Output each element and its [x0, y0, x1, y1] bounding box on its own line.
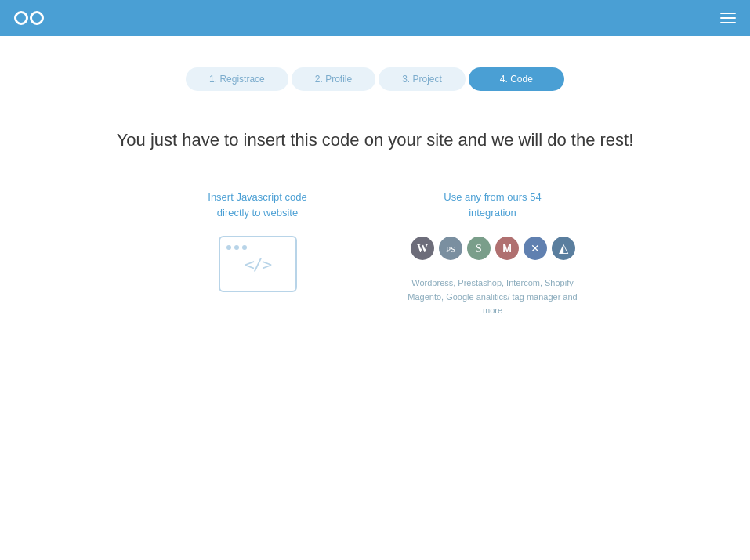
hamburger-menu[interactable] — [720, 13, 736, 23]
hamburger-line-3 — [720, 22, 736, 23]
logo-circle-right — [30, 11, 44, 25]
logo-circle-left — [14, 11, 28, 25]
integration-option-label: Use any from ours 54integration — [444, 190, 541, 220]
svg-text:PS: PS — [445, 244, 455, 254]
logo — [14, 11, 44, 25]
svg-text:✕: ✕ — [531, 242, 540, 255]
shopify-icon: S — [466, 236, 491, 261]
hamburger-line-2 — [720, 17, 736, 19]
navbar — [0, 0, 750, 36]
main-heading: You just have to insert this code on you… — [47, 130, 703, 150]
main-content: 1. Registrace 2. Profile 3. Project 4. C… — [0, 36, 750, 560]
dot-2 — [234, 245, 239, 250]
prestashop-icon: PS — [438, 236, 463, 261]
svg-text:◭: ◭ — [559, 241, 569, 255]
step-code[interactable]: 4. Code — [469, 67, 564, 91]
js-option-label: Insert Javascript codedirectly to websit… — [208, 190, 306, 220]
window-dots — [220, 245, 247, 250]
svg-text:M: M — [502, 242, 512, 255]
hamburger-line-1 — [720, 13, 736, 14]
options-container: Insert Javascript codedirectly to websit… — [47, 190, 703, 318]
steps-progress: 1. Registrace 2. Profile 3. Project 4. C… — [47, 67, 703, 91]
magento-icon: M — [495, 236, 520, 261]
mailchimp-icon: ◭ — [551, 236, 576, 261]
svg-text:W: W — [417, 243, 428, 255]
svg-text:S: S — [476, 243, 482, 255]
step-registrace[interactable]: 1. Registrace — [186, 67, 288, 91]
code-icon-box: </> — [219, 236, 297, 292]
step-project[interactable]: 3. Project — [379, 67, 466, 91]
code-brackets-icon: </> — [245, 255, 271, 274]
joomla-icon: ✕ — [523, 236, 548, 261]
dot-3 — [242, 245, 247, 250]
js-option-column: Insert Javascript codedirectly to websit… — [172, 190, 344, 292]
integration-option-column: Use any from ours 54integration W PS S — [407, 190, 579, 318]
wordpress-icon: W — [410, 236, 435, 261]
dot-1 — [226, 245, 231, 250]
integration-labels: Wordpress, Prestashop, Intercom, Shopify… — [407, 276, 579, 318]
integration-icons: W PS S M — [410, 236, 576, 261]
step-profile[interactable]: 2. Profile — [292, 67, 375, 91]
